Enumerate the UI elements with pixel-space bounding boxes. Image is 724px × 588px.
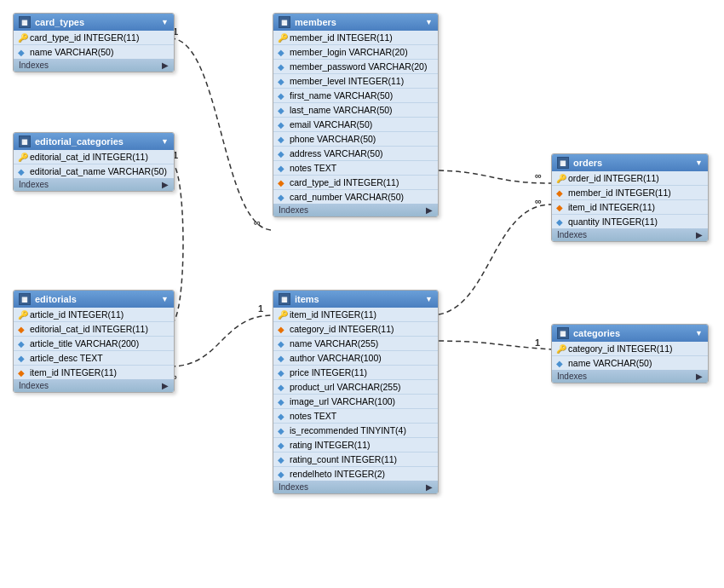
- table-row: 🔑 member_id INTEGER(11): [273, 31, 438, 45]
- table-row: ◆ member_password VARCHAR(20): [273, 60, 438, 74]
- col-name: article_desc TEXT: [30, 353, 103, 363]
- table-body-items: 🔑 item_id INTEGER(11) ◆ category_id INTE…: [273, 308, 438, 481]
- table-footer-card_types[interactable]: Indexes ▶: [14, 59, 174, 72]
- footer-arrow-icon: ▶: [162, 180, 169, 189]
- table-row: 🔑 item_id INTEGER(11): [273, 308, 438, 322]
- table-footer-editorial_categories[interactable]: Indexes ▶: [14, 178, 174, 191]
- regular-key-icon: ◆: [278, 62, 286, 71]
- dropdown-icon-orders: ▼: [695, 159, 703, 167]
- table-row: ◆ item_id INTEGER(11): [14, 366, 174, 379]
- table-row: ◆ product_url VARCHAR(255): [273, 380, 438, 395]
- table-footer-categories[interactable]: Indexes ▶: [552, 370, 708, 383]
- footer-arrow-icon: ▶: [426, 205, 433, 215]
- table-editorials: ▦ editorials ▼ 🔑 article_id INTEGER(11) …: [13, 290, 175, 393]
- col-name: name VARCHAR(50): [30, 47, 113, 57]
- regular-key-icon: ◆: [278, 441, 286, 449]
- table-body-editorials: 🔑 article_id INTEGER(11) ◆ editorial_cat…: [14, 308, 174, 379]
- table-footer-orders[interactable]: Indexes ▶: [552, 228, 708, 241]
- indexes-label: Indexes: [19, 180, 49, 189]
- regular-key-icon: ◆: [278, 339, 286, 348]
- dropdown-icon-members: ▼: [425, 18, 433, 26]
- regular-key-icon: ◆: [278, 91, 286, 100]
- rel-card_types-members: [170, 38, 273, 230]
- table-members: ▦ members ▼ 🔑 member_id INTEGER(11) ◆ me…: [273, 13, 439, 217]
- col-name: last_name VARCHAR(50): [290, 105, 393, 115]
- table-header-categories[interactable]: ▦ categories ▼: [552, 325, 708, 342]
- rel-label-8e: ∞: [535, 196, 542, 206]
- footer-arrow-icon: ▶: [696, 230, 703, 239]
- table-header-members[interactable]: ▦ members ▼: [273, 14, 438, 31]
- table-row: ◆ card_number VARCHAR(50): [273, 190, 438, 204]
- rel-members-orders: [430, 170, 551, 183]
- rel-label-1f: 1: [535, 337, 540, 348]
- table-icon-editorials: ▦: [19, 293, 31, 305]
- regular-key-icon: ◆: [278, 48, 286, 56]
- table-row: ◆ price INTEGER(11): [273, 366, 438, 380]
- table-row: ◆ member_id INTEGER(11): [552, 186, 708, 200]
- primary-key-icon: 🔑: [278, 310, 286, 319]
- dropdown-icon-items: ▼: [425, 295, 433, 303]
- table-row: ◆ name VARCHAR(50): [552, 356, 708, 370]
- primary-key-icon: 🔑: [18, 310, 26, 319]
- col-name: editorial_cat_id INTEGER(11): [30, 324, 148, 334]
- table-header-items[interactable]: ▦ items ▼: [273, 291, 438, 308]
- primary-key-icon: 🔑: [278, 33, 286, 42]
- rel-editorials-items: [170, 315, 273, 366]
- indexes-label: Indexes: [279, 205, 308, 215]
- col-name: name VARCHAR(50): [568, 358, 652, 368]
- regular-key-icon: ◆: [278, 426, 286, 435]
- table-row: 🔑 card_type_id INTEGER(11): [14, 31, 174, 45]
- table-orders: ▦ orders ▼ 🔑 order_id INTEGER(11) ◆ memb…: [551, 153, 709, 242]
- table-row: ◆ address VARCHAR(50): [273, 147, 438, 161]
- table-title-card_types: card_types: [35, 17, 161, 27]
- table-header-orders[interactable]: ▦ orders ▼: [552, 154, 708, 171]
- col-name: member_login VARCHAR(20): [290, 47, 408, 57]
- table-row: ◆ email VARCHAR(50): [273, 118, 438, 132]
- regular-key-icon: ◆: [278, 354, 286, 362]
- regular-key-icon: ◆: [278, 149, 286, 158]
- col-name: notes TEXT: [290, 163, 336, 173]
- footer-arrow-icon: ▶: [426, 482, 433, 492]
- table-card_types: ▦ card_types ▼ 🔑 card_type_id INTEGER(11…: [13, 13, 175, 72]
- col-name: article_id INTEGER(11): [30, 309, 124, 320]
- table-body-orders: 🔑 order_id INTEGER(11) ◆ member_id INTEG…: [552, 171, 708, 228]
- table-header-card_types[interactable]: ▦ card_types ▼: [14, 14, 174, 31]
- col-name: order_id INTEGER(11): [568, 173, 659, 183]
- col-name: card_type_id INTEGER(11): [30, 32, 139, 43]
- col-name: address VARCHAR(50): [290, 148, 383, 159]
- col-name: editorial_cat_id INTEGER(11): [30, 152, 148, 162]
- table-row: ◆ name VARCHAR(255): [273, 337, 438, 351]
- table-row: ◆ is_recommended TINYINT(4): [273, 424, 438, 438]
- table-row: ◆ member_login VARCHAR(20): [273, 45, 438, 60]
- table-row: ◆ image_url VARCHAR(100): [273, 395, 438, 409]
- regular-key-icon: ◆: [278, 77, 286, 85]
- table-footer-items[interactable]: Indexes ▶: [273, 481, 438, 493]
- col-name: card_type_id INTEGER(11): [290, 177, 399, 187]
- regular-key-icon: ◆: [278, 135, 286, 143]
- table-row: ◆ notes TEXT: [273, 409, 438, 424]
- table-body-members: 🔑 member_id INTEGER(11) ◆ member_login V…: [273, 31, 438, 204]
- table-title-items: items: [295, 294, 425, 304]
- rel-items-orders: [430, 205, 551, 315]
- regular-key-icon: ◆: [278, 455, 286, 464]
- regular-key-icon: ◆: [278, 383, 286, 391]
- table-row: ◆ category_id INTEGER(11): [273, 322, 438, 337]
- footer-arrow-icon: ▶: [162, 61, 169, 70]
- table-footer-members[interactable]: Indexes ▶: [273, 204, 438, 216]
- table-title-editorial_categories: editorial_categories: [35, 136, 161, 147]
- table-icon-orders: ▦: [557, 157, 569, 169]
- table-header-editorials[interactable]: ▦ editorials ▼: [14, 291, 174, 308]
- col-name: editorial_cat_name VARCHAR(50): [30, 166, 167, 176]
- rel-label-8b: ∞: [535, 170, 542, 181]
- table-row: 🔑 order_id INTEGER(11): [552, 171, 708, 186]
- regular-key-icon: ◆: [18, 48, 26, 56]
- col-name: member_id INTEGER(11): [290, 32, 393, 43]
- col-name: product_url VARCHAR(255): [290, 382, 401, 392]
- col-name: item_id INTEGER(11): [568, 202, 655, 212]
- table-header-editorial_categories[interactable]: ▦ editorial_categories ▼: [14, 133, 174, 150]
- table-footer-editorials[interactable]: Indexes ▶: [14, 379, 174, 392]
- footer-arrow-icon: ▶: [696, 372, 703, 381]
- col-name: price INTEGER(11): [290, 367, 367, 378]
- indexes-label: Indexes: [19, 61, 49, 70]
- table-categories: ▦ categories ▼ 🔑 category_id INTEGER(11)…: [551, 324, 709, 383]
